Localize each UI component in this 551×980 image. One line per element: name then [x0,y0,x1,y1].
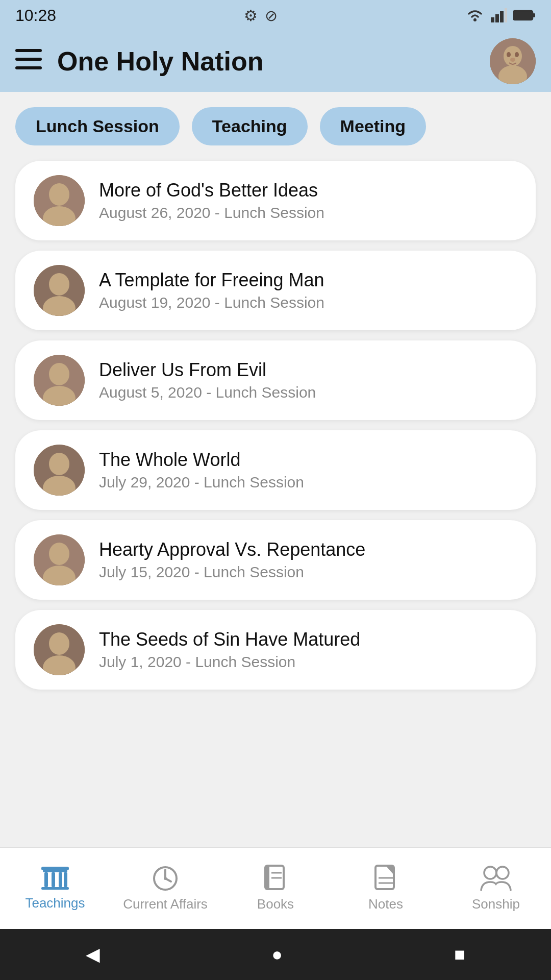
nav-item-teachings[interactable]: Teachings [9,866,101,911]
svg-point-23 [49,363,69,385]
bottom-nav: Teachings Current Affairs Books Notes [0,847,551,929]
avatar-3 [34,355,85,406]
avatar-1 [34,175,85,226]
svg-rect-2 [495,14,499,22]
nav-label-books: Books [257,896,294,912]
nav-item-notes[interactable]: Notes [340,865,432,912]
svg-point-20 [49,273,69,296]
signal-icon [491,8,507,22]
svg-point-32 [49,632,69,655]
list-item-subtitle-6: July 1, 2020 - Lunch Session [99,653,360,671]
avatar-5 [34,534,85,585]
content-list: More of God's Better Ideas August 26, 20… [0,151,551,906]
list-item-subtitle-3: August 5, 2020 - Lunch Session [99,384,316,401]
menu-icon[interactable] [15,49,42,74]
list-item[interactable]: The Whole World July 29, 2020 - Lunch Se… [15,430,536,510]
svg-rect-38 [52,872,55,887]
svg-rect-7 [15,49,42,52]
teachings-icon [41,866,69,891]
svg-point-53 [484,867,496,879]
sonship-icon [480,865,512,892]
svg-point-15 [510,58,515,62]
status-bar: 10:28 ⚙ ⊘ [0,0,551,31]
svg-rect-40 [64,872,67,887]
dnd-icon: ⊘ [265,7,278,24]
list-item-text-6: The Seeds of Sin Have Matured July 1, 20… [99,629,360,671]
list-item[interactable]: Hearty Approval Vs. Repentance July 15, … [15,520,536,600]
list-item-text-3: Deliver Us From Evil August 5, 2020 - Lu… [99,359,316,401]
notes-icon [373,865,398,892]
svg-rect-9 [15,66,42,69]
list-item-text-1: More of God's Better Ideas August 26, 20… [99,180,324,222]
list-item-title-2: A Template for Freeing Man [99,270,324,291]
list-item-text-4: The Whole World July 29, 2020 - Lunch Se… [99,449,304,491]
system-nav-bar: ◀ ● ■ [0,929,551,980]
avatar-6 [34,624,85,675]
svg-rect-6 [533,13,535,17]
list-item-text-5: Hearty Approval Vs. Repentance July 15, … [99,539,365,581]
svg-marker-50 [386,866,394,875]
svg-rect-37 [44,872,48,887]
svg-point-17 [49,183,69,206]
svg-point-26 [49,453,69,475]
svg-rect-8 [15,58,42,61]
nav-label-notes: Notes [368,896,403,912]
tab-teaching[interactable]: Teaching [192,107,308,145]
svg-point-54 [496,867,509,879]
svg-point-44 [164,877,167,880]
nav-item-current-affairs[interactable]: Current Affairs [119,865,211,912]
svg-rect-46 [265,866,269,889]
filter-tabs: Lunch Session Teaching Meeting [0,92,551,151]
list-item[interactable]: More of God's Better Ideas August 26, 20… [15,161,536,240]
list-item-title-5: Hearty Approval Vs. Repentance [99,539,365,560]
books-icon [263,865,288,892]
avatar-face [490,38,536,84]
list-item[interactable]: The Seeds of Sin Have Matured July 1, 20… [15,610,536,690]
tab-lunch-session[interactable]: Lunch Session [15,107,180,145]
nav-item-books[interactable]: Books [230,865,321,912]
svg-rect-36 [41,867,69,870]
app-title: One Holy Nation [57,46,474,77]
list-item-title-1: More of God's Better Ideas [99,180,324,201]
list-item-subtitle-5: July 15, 2020 - Lunch Session [99,564,365,581]
avatar-2 [34,265,85,316]
list-item-title-6: The Seeds of Sin Have Matured [99,629,360,650]
svg-rect-39 [59,872,62,887]
list-item-title-3: Deliver Us From Evil [99,359,316,381]
tab-meeting[interactable]: Meeting [320,107,426,145]
svg-rect-5 [513,11,533,20]
svg-rect-4 [505,8,507,22]
nav-label-sonship: Sonship [472,896,520,912]
status-time: 10:28 [15,6,56,25]
avatar-4 [34,445,85,496]
svg-rect-34 [41,887,69,890]
current-affairs-icon [152,865,179,892]
recents-button[interactable]: ■ [454,944,465,965]
avatar[interactable] [490,38,536,84]
list-item-subtitle-4: July 29, 2020 - Lunch Session [99,474,304,491]
back-button[interactable]: ◀ [86,944,100,965]
svg-point-11 [504,46,522,66]
app-bar: One Holy Nation [0,31,551,92]
wifi-icon [465,8,485,22]
list-item-subtitle-1: August 26, 2020 - Lunch Session [99,204,324,222]
status-icons: ⚙ ⊘ [244,7,278,24]
svg-point-13 [507,52,511,57]
svg-point-29 [49,543,69,565]
list-item[interactable]: A Template for Freeing Man August 19, 20… [15,251,536,330]
nav-label-teachings: Teachings [25,895,85,911]
home-button[interactable]: ● [271,944,283,965]
svg-rect-1 [491,17,494,22]
svg-rect-3 [500,11,504,22]
svg-point-0 [473,18,477,21]
battery-icon [513,9,536,21]
status-right-icons [465,8,536,22]
list-item-subtitle-2: August 19, 2020 - Lunch Session [99,294,324,311]
list-item[interactable]: Deliver Us From Evil August 5, 2020 - Lu… [15,340,536,420]
list-item-text-2: A Template for Freeing Man August 19, 20… [99,270,324,311]
nav-item-sonship[interactable]: Sonship [450,865,542,912]
list-item-title-4: The Whole World [99,449,304,471]
nav-label-current-affairs: Current Affairs [123,896,208,912]
svg-point-14 [515,52,519,57]
gear-icon: ⚙ [244,7,258,24]
